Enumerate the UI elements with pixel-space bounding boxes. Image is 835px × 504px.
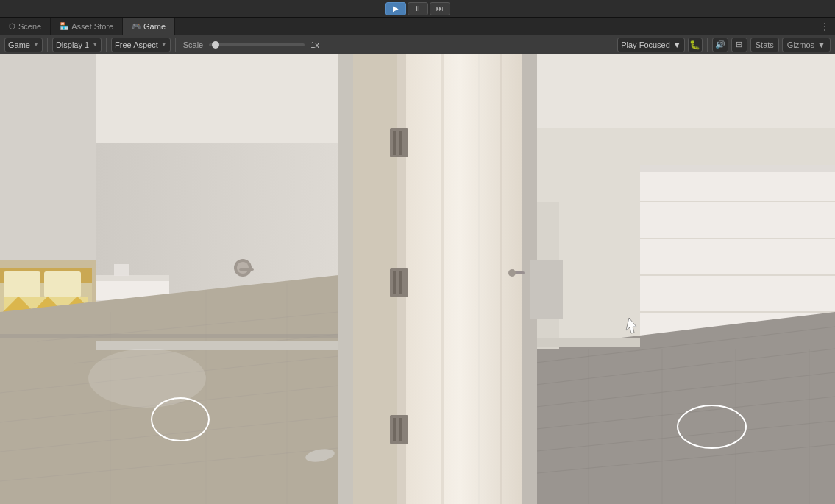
svg-rect-74 xyxy=(478,54,480,504)
gizmos-label: Gizmos xyxy=(787,40,814,49)
svg-rect-21 xyxy=(4,271,40,297)
audio-button[interactable]: 🔊 xyxy=(712,38,728,52)
display-dropdown-chevron: ▼ xyxy=(92,41,98,48)
play-focused-chevron: ▼ xyxy=(673,40,681,49)
layout-button[interactable]: ⊞ xyxy=(731,38,747,52)
svg-rect-68 xyxy=(393,271,396,294)
aspect-dropdown-label: Free Aspect xyxy=(115,40,158,49)
svg-rect-78 xyxy=(530,260,563,319)
separator-1 xyxy=(47,38,48,52)
pause-icon: ⏸ xyxy=(414,4,422,13)
step-button[interactable]: ⏭ xyxy=(430,2,450,15)
svg-rect-35 xyxy=(114,264,129,276)
svg-rect-66 xyxy=(399,131,402,155)
svg-rect-72 xyxy=(399,418,402,441)
separator-4 xyxy=(707,38,708,52)
pause-button[interactable]: ⏸ xyxy=(408,2,428,15)
room-scene-svg xyxy=(0,54,835,504)
tabs-more-button[interactable]: ⋮ xyxy=(814,21,835,32)
game-tab-icon: 🎮 xyxy=(132,22,141,30)
stats-label: Stats xyxy=(756,40,774,49)
separator-2 xyxy=(106,38,107,52)
svg-rect-73 xyxy=(441,54,444,504)
gizmos-button[interactable]: Gizmos ▼ xyxy=(782,38,831,52)
svg-rect-71 xyxy=(393,418,396,441)
svg-rect-62 xyxy=(397,54,522,504)
aspect-dropdown[interactable]: Free Aspect ▼ xyxy=(111,38,171,52)
game-dropdown-chevron: ▼ xyxy=(33,41,39,48)
svg-rect-60 xyxy=(338,54,353,504)
stats-button[interactable]: Stats xyxy=(750,38,779,52)
scale-slider[interactable] xyxy=(209,43,305,46)
game-tab-label: Game xyxy=(143,22,166,31)
display-dropdown[interactable]: Display 1 ▼ xyxy=(52,38,102,52)
scene-tab-icon: ⬡ xyxy=(9,22,15,30)
asset-store-tab-icon: 🏪 xyxy=(60,22,68,30)
svg-rect-89 xyxy=(96,341,338,350)
scale-thumb xyxy=(212,41,219,49)
aspect-dropdown-chevron: ▼ xyxy=(161,41,167,48)
svg-rect-42 xyxy=(640,165,835,172)
scale-label: Scale xyxy=(183,40,204,49)
svg-rect-22 xyxy=(44,271,81,297)
game-dropdown-label: Game xyxy=(8,40,30,49)
play-controls-bar: ▶ ⏸ ⏭ xyxy=(0,0,835,18)
play-focused-label: Play Focused xyxy=(621,40,670,49)
display-dropdown-label: Display 1 xyxy=(56,40,89,49)
svg-rect-38 xyxy=(239,268,254,271)
scene-tab-label: Scene xyxy=(18,22,41,31)
svg-rect-40 xyxy=(530,54,835,128)
play-button[interactable]: ▶ xyxy=(385,2,406,15)
tab-game[interactable]: 🎮 Game xyxy=(123,18,175,35)
bug-icon: 🐛 xyxy=(689,40,700,50)
game-dropdown[interactable]: Game ▼ xyxy=(4,38,43,52)
separator-3 xyxy=(175,38,176,52)
step-icon: ⏭ xyxy=(436,4,444,13)
game-viewport[interactable] xyxy=(0,54,835,504)
svg-rect-75 xyxy=(500,54,502,504)
svg-point-91 xyxy=(88,349,206,408)
asset-store-tab-label: Asset Store xyxy=(71,22,113,31)
svg-point-95 xyxy=(508,269,516,277)
gizmos-chevron: ▼ xyxy=(817,40,825,49)
svg-rect-90 xyxy=(537,338,640,347)
svg-rect-28 xyxy=(96,275,169,281)
layout-icon: ⊞ xyxy=(736,40,742,49)
tab-asset-store[interactable]: 🏪 Asset Store xyxy=(51,18,123,35)
audio-icon: 🔊 xyxy=(715,40,725,49)
play-icon: ▶ xyxy=(393,4,399,13)
bug-button[interactable]: 🐛 xyxy=(688,38,703,52)
scale-value: 1x xyxy=(310,40,319,49)
svg-rect-65 xyxy=(393,131,396,155)
play-focused-dropdown[interactable]: Play Focused ▼ xyxy=(617,38,685,52)
svg-rect-93 xyxy=(0,334,338,338)
tabs-row: ⬡ Scene 🏪 Asset Store 🎮 Game ⋮ xyxy=(0,18,835,35)
tab-scene[interactable]: ⬡ Scene xyxy=(0,18,51,35)
toolbar-row: Game ▼ Display 1 ▼ Free Aspect ▼ Scale 1… xyxy=(0,35,835,54)
svg-rect-69 xyxy=(399,271,402,294)
toolbar-right: Play Focused ▼ 🐛 🔊 ⊞ Stats Gizmos ▼ xyxy=(617,38,831,52)
